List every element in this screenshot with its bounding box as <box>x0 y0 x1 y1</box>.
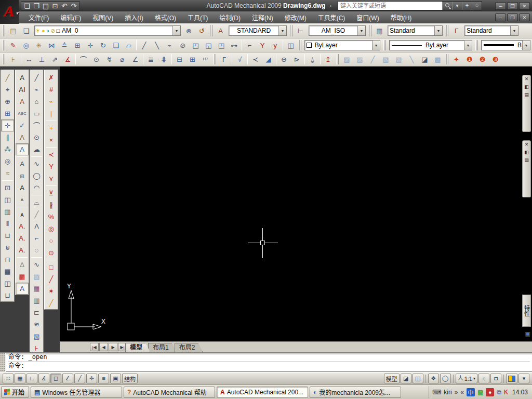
power-dimension-button[interactable]: ⊦ <box>7 54 20 65</box>
text-mask-button[interactable]: A <box>16 158 29 170</box>
menu-item-注释N[interactable]: 注释(N) <box>246 11 279 23</box>
annotation-autoscale-button[interactable]: ◘ <box>490 374 501 383</box>
language-flags-button[interactable]: ▦ <box>16 271 29 283</box>
power-copy-button[interactable]: ✳ <box>32 39 45 51</box>
ccircle-center-button[interactable]: ⊙ <box>45 247 58 259</box>
text-large-button[interactable]: A <box>16 182 29 194</box>
toolbar-handle[interactable] <box>369 25 371 36</box>
cline-cross-button[interactable]: ✗ <box>45 72 58 84</box>
tab-first-button[interactable]: |◀ <box>90 343 99 351</box>
toolbar-overflow-icon[interactable]: › <box>330 3 331 9</box>
ducs-toggle-button[interactable]: ╱ <box>74 374 85 383</box>
break-button[interactable]: ⊘ <box>176 39 189 51</box>
restore-button[interactable]: ❐ <box>507 2 518 10</box>
toolbar-handle[interactable] <box>446 54 448 65</box>
move-button[interactable]: ✛ <box>84 39 97 51</box>
drawing-canvas[interactable]: Y X ✕◧▤ ✕◧▤ 特性 ▣ <box>60 66 532 341</box>
revcloud-button[interactable]: ☁ <box>30 143 43 155</box>
sketch-button[interactable]: ∿ <box>30 259 43 271</box>
toolbar-handle[interactable] <box>3 54 5 65</box>
cline-scissors-button[interactable]: % <box>45 211 58 223</box>
dim-break-button[interactable]: ⊟ <box>173 54 186 65</box>
toolbar-handle[interactable] <box>299 40 301 51</box>
properties-palette-tab[interactable]: 特性 <box>522 295 531 327</box>
edit-text-button[interactable]: AI <box>16 84 29 96</box>
toolbar-handle[interactable] <box>475 40 478 51</box>
mleader-style-icon-button[interactable]: Γ <box>450 25 463 37</box>
cline-horizontal-button[interactable]: ⌁ <box>45 96 58 108</box>
section-u-hatch-button[interactable]: ⊎ <box>1 242 14 254</box>
text-style-combo[interactable]: STANDARD▼ <box>229 25 287 36</box>
pick-area-button[interactable]: ✛ <box>1 119 14 131</box>
osnap-toggle-button[interactable]: ◻ <box>50 374 61 383</box>
close-button[interactable]: ✕ <box>519 2 530 10</box>
translate-text-button[interactable]: A <box>16 283 29 295</box>
hatch-double-button[interactable]: ╲ <box>405 54 418 65</box>
stretch2-button[interactable]: ⊶ <box>228 39 241 51</box>
cline-parallel-button[interactable]: ∦ <box>45 199 58 211</box>
toolbar-handle[interactable] <box>446 25 448 36</box>
doc-restore-button[interactable]: ❐ <box>507 14 518 21</box>
feature-control-frame-button[interactable]: ⍙ <box>306 54 319 65</box>
donut-button[interactable]: ◌ <box>30 244 43 256</box>
section-u-button[interactable]: ⊔ <box>1 230 14 242</box>
make-layer-current-button[interactable]: ⊜ <box>182 25 195 37</box>
hatch-button[interactable]: ▨ <box>30 271 43 283</box>
construction-line-button[interactable]: ╱ <box>30 208 43 220</box>
table-style-icon-button[interactable]: ▦ <box>373 25 386 37</box>
model-space-button[interactable]: 模型 <box>384 374 400 383</box>
table-cells-button[interactable]: ⦀ <box>1 218 14 230</box>
doc-close-button[interactable]: ✕ <box>519 14 530 21</box>
circle-button[interactable]: ⊙ <box>30 131 43 143</box>
fits-button[interactable]: H7 <box>199 54 212 65</box>
hatch-boundary-button[interactable]: ◪ <box>418 54 431 65</box>
extend-button[interactable]: ╲ <box>151 39 164 51</box>
leader-button[interactable]: Γ <box>218 54 231 65</box>
tray-kaspersky-icon[interactable]: K <box>504 389 508 396</box>
spline-button[interactable]: ∿ <box>30 158 43 170</box>
stretch-button[interactable]: ▱ <box>122 39 135 51</box>
keyboard-tray-icon[interactable]: ⌨ <box>432 389 441 396</box>
dim-style-combo[interactable]: AM_ISO▼ <box>309 25 366 36</box>
redo-button[interactable]: ↷ <box>69 2 78 10</box>
palette-close-button[interactable]: ✕ <box>523 141 530 148</box>
table-full-button[interactable]: ▦ <box>1 265 14 277</box>
dim-radius-button[interactable]: ⊙ <box>90 54 103 65</box>
arc-button[interactable]: ⌒ <box>30 119 43 131</box>
open-file-button[interactable]: ❐ <box>32 2 41 10</box>
ellipse-arc-button[interactable]: ◠ <box>30 182 43 194</box>
copy-button[interactable]: ◎ <box>20 39 33 51</box>
dim-baseline-button[interactable]: ≣ <box>144 54 157 65</box>
cline-star-button[interactable]: ✶ <box>45 285 58 297</box>
clean-screen-button[interactable] <box>506 374 517 383</box>
revision-arrow-button[interactable]: ↥ <box>322 54 335 65</box>
chevron-expand-icon[interactable]: » <box>455 389 458 396</box>
task-windows-task-manager[interactable]: ▤Windows 任务管理器 <box>31 387 122 398</box>
break-line-button[interactable]: ╱ <box>1 72 14 84</box>
save-button[interactable]: ▤ <box>41 2 50 10</box>
lengthen-button[interactable]: ⌁ <box>164 39 177 51</box>
chamfer-button[interactable]: ◰ <box>189 39 202 51</box>
cline-branch-button[interactable]: ⊻ <box>45 187 58 199</box>
region-button[interactable]: ⌓ <box>30 196 43 208</box>
menu-item-帮助H[interactable]: 帮助(H) <box>385 11 418 23</box>
table-style-combo[interactable]: Standard▼ <box>388 25 443 36</box>
point-style-button[interactable]: ⌖ <box>1 84 14 96</box>
dim-chain-button[interactable]: ⋕ <box>157 54 170 65</box>
hatch-solid-button[interactable]: ▩ <box>431 54 444 65</box>
annotation-3-button[interactable]: ❸ <box>489 54 502 65</box>
text-style-edit-button[interactable]: A <box>16 96 29 108</box>
palette-autohide-button[interactable]: ◧ <box>523 149 530 155</box>
dim-angular-button[interactable]: ∠ <box>129 54 142 65</box>
favorites-button[interactable]: ☆ <box>472 2 482 10</box>
print-button[interactable]: ⊡ <box>50 2 60 10</box>
offset-button[interactable]: ≙ <box>58 39 71 51</box>
multiple-points-button[interactable]: ⁂ <box>1 143 14 155</box>
menu-item-绘制D[interactable]: 绘制(D) <box>214 11 246 23</box>
tab-布局1[interactable]: 布局1 <box>148 343 177 352</box>
rotate-button[interactable]: ↻ <box>97 39 110 51</box>
dropdown-arrow-icon[interactable]: ▼ <box>522 41 530 50</box>
snap-target-button[interactable]: ◎ <box>1 155 14 167</box>
surface-texture-button[interactable]: √ <box>233 54 246 65</box>
dim-style-icon-button[interactable]: ⊢ <box>294 25 307 37</box>
